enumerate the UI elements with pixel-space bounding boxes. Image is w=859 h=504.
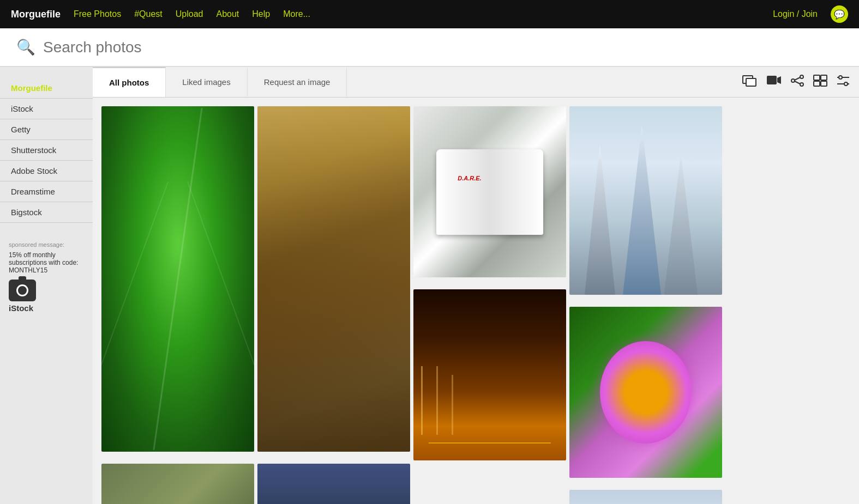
layout-icon[interactable] [813, 75, 827, 90]
content-area: All photos Liked images Request an image [93, 67, 859, 504]
nav-help[interactable]: Help [252, 9, 270, 19]
brand-logo[interactable]: Morguefile [11, 9, 61, 20]
sponsored-text: 15% off monthly subscriptions with code:… [9, 251, 84, 274]
sidebar-item-getty[interactable]: Getty [0, 119, 93, 140]
nav-about[interactable]: About [216, 9, 239, 19]
tab-all-photos[interactable]: All photos [93, 67, 166, 97]
photo-night-road[interactable] [413, 289, 566, 460]
photo-town-snow[interactable] [569, 490, 722, 504]
filter-sliders-icon[interactable] [836, 75, 850, 89]
navbar: Morguefile Free Photos #Quest Upload Abo… [0, 0, 859, 28]
sidebar-item-istock[interactable]: iStock [0, 99, 93, 119]
chat-icon[interactable]: 💬 [831, 5, 848, 23]
sidebar-item-morguefile[interactable]: Morguefile [0, 78, 93, 99]
photo-pink-flower[interactable] [569, 307, 722, 478]
photo-police-officer[interactable] [257, 464, 410, 504]
tab-request-image[interactable]: Request an image [248, 68, 347, 96]
sponsored-block: sponsored message: 15% off monthly subsc… [0, 234, 93, 320]
svg-rect-12 [821, 81, 827, 86]
svg-rect-11 [814, 81, 820, 86]
photo-grid: D.A.R.E. [93, 98, 859, 504]
photo-snow-trees[interactable] [569, 106, 722, 295]
sidebar-item-dreamstime[interactable]: Dreamstime [0, 181, 93, 202]
istock-label: iStock [9, 303, 33, 313]
nav-free-photos[interactable]: Free Photos [74, 9, 121, 19]
camera-lens [16, 284, 28, 296]
sidebar-item-adobe-stock[interactable]: Adobe Stock [0, 161, 93, 181]
sponsored-label: sponsored message: [9, 241, 84, 248]
svg-line-7 [795, 77, 800, 80]
svg-rect-2 [767, 76, 777, 84]
sidebar-item-bigstock[interactable]: Bigstock [0, 202, 93, 223]
svg-point-14 [839, 76, 842, 79]
svg-rect-9 [814, 75, 820, 80]
main-layout: Morguefile iStock Getty Shutterstock Ado… [0, 67, 859, 504]
svg-marker-3 [777, 76, 781, 84]
search-input[interactable] [43, 39, 843, 56]
svg-rect-10 [821, 75, 827, 80]
sidebar: Morguefile iStock Getty Shutterstock Ado… [0, 67, 93, 504]
photo-dare-car[interactable]: D.A.R.E. [413, 106, 566, 277]
svg-point-6 [800, 83, 803, 86]
svg-point-16 [844, 82, 848, 86]
nav-upload[interactable]: Upload [176, 9, 203, 19]
search-icon: 🔍 [16, 38, 35, 56]
tabs-bar: All photos Liked images Request an image [93, 67, 859, 98]
svg-point-5 [800, 75, 803, 78]
nav-more[interactable]: More... [283, 9, 310, 19]
nav-quest[interactable]: #Quest [134, 9, 163, 19]
search-bar: 🔍 [0, 28, 859, 67]
istock-logo[interactable]: iStock [9, 280, 84, 313]
toolbar-icons [734, 74, 859, 90]
share-icon[interactable] [790, 75, 804, 90]
istock-camera-icon [9, 280, 36, 301]
photo-fish[interactable] [101, 464, 254, 504]
video-icon[interactable] [766, 75, 782, 90]
svg-rect-1 [746, 78, 756, 86]
svg-point-4 [791, 79, 795, 82]
photo-leaf[interactable] [101, 106, 254, 452]
login-join-link[interactable]: Login / Join [773, 9, 818, 19]
photo-harp[interactable] [257, 106, 410, 452]
svg-line-8 [795, 81, 800, 84]
photo-gallery-icon[interactable] [742, 74, 758, 90]
sidebar-item-shutterstock[interactable]: Shutterstock [0, 140, 93, 161]
tab-liked-images[interactable]: Liked images [166, 68, 247, 96]
